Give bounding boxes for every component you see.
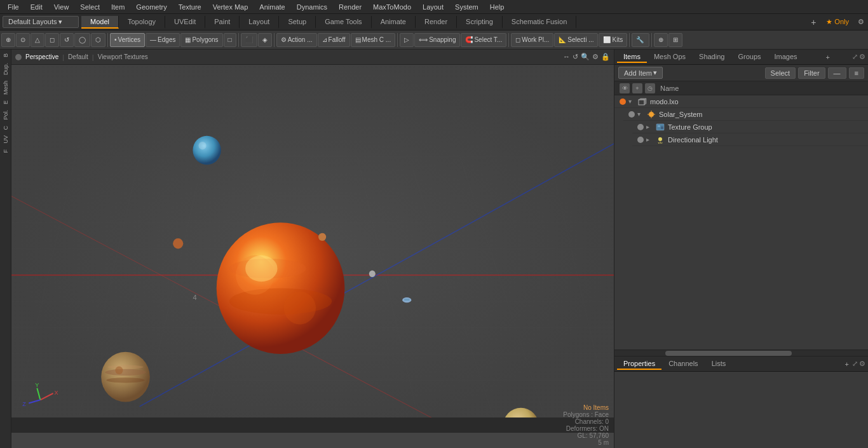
menu-render[interactable]: Render	[334, 2, 367, 12]
tab-paint[interactable]: Paint	[205, 16, 240, 29]
tool-selection-btn[interactable]: ⬜ Kits	[599, 33, 627, 47]
tool-polygons-btn[interactable]: ▦ Polygons	[180, 33, 222, 47]
item-visibility-icon[interactable]	[617, 98, 628, 105]
filter-button[interactable]: Filter	[798, 67, 825, 79]
menu-system[interactable]: System	[450, 2, 484, 12]
tool-vertices-btn[interactable]: • Vertices	[110, 33, 145, 47]
tab-scripting[interactable]: Scripting	[457, 16, 503, 29]
tool-select-t-btn[interactable]: ◻ Work Pl...	[511, 33, 553, 47]
scroll-thumb[interactable]	[665, 351, 792, 356]
panel-expand-icon[interactable]: ⤢	[852, 53, 858, 61]
tool-hex-btn[interactable]: ⬡	[91, 33, 105, 47]
col-icon-render[interactable]: ◷	[645, 83, 655, 93]
item-expand-icon[interactable]: ▸	[646, 123, 655, 130]
sidebar-tab-mesh[interactable]: Mesh	[2, 78, 10, 97]
menu-dynamics[interactable]: Dynamics	[292, 2, 332, 12]
tab-setup[interactable]: Setup	[279, 16, 316, 29]
add-item-button[interactable]: Add Item ▾	[618, 67, 663, 79]
list-item[interactable]: ▸ Texture Group	[632, 121, 868, 133]
add-properties-tab-button[interactable]: +	[845, 360, 849, 368]
tab-model[interactable]: Model	[81, 16, 119, 29]
list-item[interactable]: ▸ Directional Light	[632, 133, 868, 146]
panel-settings-icon[interactable]: ⚙	[859, 53, 865, 61]
tab-game-tools[interactable]: Game Tools	[316, 16, 372, 29]
items-list[interactable]: ▾ modo.lxo ▾	[614, 95, 868, 350]
sidebar-tab-uv[interactable]: UV	[2, 133, 10, 146]
tool-workplane-btn[interactable]: 📐 Selecti ...	[554, 33, 598, 47]
tool-mesh-btn[interactable]: ▤ Mesh C ...	[351, 33, 396, 47]
item-expand-icon[interactable]: ▾	[637, 111, 646, 118]
viewport-zoom-icon[interactable]: 🔍	[581, 53, 590, 61]
item-visibility-icon[interactable]	[635, 137, 646, 143]
add-panel-tab-button[interactable]: +	[826, 53, 830, 61]
tab-shading[interactable]: Shading	[693, 51, 731, 63]
tool-falloff-btn[interactable]: ⊿ Falloff	[318, 33, 350, 47]
menu-edit[interactable]: Edit	[25, 2, 48, 12]
menu-vertex-map[interactable]: Vertex Map	[208, 2, 254, 12]
viewport-toggle[interactable]	[15, 54, 22, 60]
tool-extra2-btn[interactable]: ⊞	[668, 33, 682, 47]
col-icon-plus[interactable]: +	[632, 83, 642, 93]
menu-file[interactable]: File	[3, 2, 24, 12]
tab-schematic-fusion[interactable]: Schematic Fusion	[503, 16, 576, 29]
tool-item-btn[interactable]: □	[224, 33, 236, 47]
tab-render[interactable]: Render	[416, 16, 457, 29]
tool-edges-btn[interactable]: — Edges	[146, 33, 180, 47]
sidebar-tab-b[interactable]: B	[2, 51, 10, 60]
menu-texture[interactable]: Texture	[173, 2, 207, 12]
tool-kits-btn[interactable]: 🔧	[632, 33, 649, 47]
viewport-canvas[interactable]: 4 X Y Z No Items Polygons : Face Channe	[11, 65, 614, 433]
tab-images[interactable]: Images	[768, 51, 804, 63]
col-icon-eye[interactable]: 👁	[620, 83, 630, 93]
menu-select[interactable]: Select	[75, 2, 105, 12]
menu-animate[interactable]: Animate	[254, 2, 290, 12]
menu-maxtomode[interactable]: MaxToModo	[368, 2, 416, 12]
tool-symm-btn[interactable]: ⟺ Snapping	[414, 33, 460, 47]
viewport-rotate-icon[interactable]: ↺	[573, 53, 578, 61]
sidebar-tab-f[interactable]: F	[2, 147, 10, 156]
menu-layout[interactable]: Layout	[417, 2, 449, 12]
tab-items[interactable]: Items	[617, 51, 647, 63]
add-layout-button[interactable]: +	[806, 15, 821, 29]
props-expand-icon[interactable]: ⤢	[852, 360, 858, 368]
tool-extra1-btn[interactable]: ⊕	[654, 33, 668, 47]
tool-play-btn[interactable]: ▷	[400, 33, 414, 47]
tool-origin-btn[interactable]: ⊕	[1, 33, 15, 47]
list-item[interactable]: ▾ modo.lxo	[614, 95, 868, 108]
viewport-settings-icon[interactable]: ⚙	[592, 53, 599, 61]
tool-rotate-btn[interactable]: ↺	[60, 33, 74, 47]
tool-snapping-btn[interactable]: 🧲 Select T...	[461, 33, 506, 47]
tool-diamond-btn[interactable]: ◈	[258, 33, 272, 47]
layout-settings-icon[interactable]: ⚙	[854, 16, 868, 28]
select-button[interactable]: Select	[765, 67, 796, 79]
tool-circle-btn[interactable]: ◯	[74, 33, 90, 47]
tab-groups[interactable]: Groups	[731, 51, 767, 63]
tool-tri-btn[interactable]: △	[31, 33, 44, 47]
sidebar-tab-pol[interactable]: Pol.	[2, 107, 10, 123]
tab-uvedit[interactable]: UVEdit	[165, 16, 205, 29]
menu-help[interactable]: Help	[485, 2, 510, 12]
tab-animate[interactable]: Animate	[372, 16, 416, 29]
tab-mesh-ops[interactable]: Mesh Ops	[648, 51, 692, 63]
layout-dropdown[interactable]: Default Layouts ▾	[3, 16, 79, 28]
tool-select-btn[interactable]: ◻	[45, 33, 59, 47]
menu-view[interactable]: View	[49, 2, 74, 12]
viewport-navigate-icon[interactable]: ↔	[563, 53, 570, 61]
item-expand-icon[interactable]: ▸	[646, 136, 655, 143]
items-minus-button[interactable]: —	[828, 67, 846, 79]
menu-geometry[interactable]: Geometry	[131, 2, 172, 12]
list-item[interactable]: ▾ Solar_System	[623, 108, 868, 121]
viewport-lock-icon[interactable]: 🔒	[601, 53, 610, 61]
sidebar-tab-e[interactable]: E	[2, 98, 10, 107]
sidebar-tab-dup[interactable]: Dup.	[2, 60, 10, 78]
tool-action-btn[interactable]: ⚙ Action ...	[276, 33, 317, 47]
item-expand-icon[interactable]: ▾	[628, 98, 637, 105]
sidebar-tab-c[interactable]: C	[2, 123, 10, 133]
tool-world-btn[interactable]: ⊙	[16, 33, 30, 47]
viewport-textures-label[interactable]: Viewport Textures	[98, 53, 148, 60]
viewport-perspective-label[interactable]: Perspective	[25, 53, 58, 60]
items-more-button[interactable]: ≡	[849, 67, 864, 79]
menu-item[interactable]: Item	[106, 2, 130, 12]
tab-channels[interactable]: Channels	[662, 358, 704, 370]
item-visibility-icon[interactable]	[626, 111, 637, 118]
